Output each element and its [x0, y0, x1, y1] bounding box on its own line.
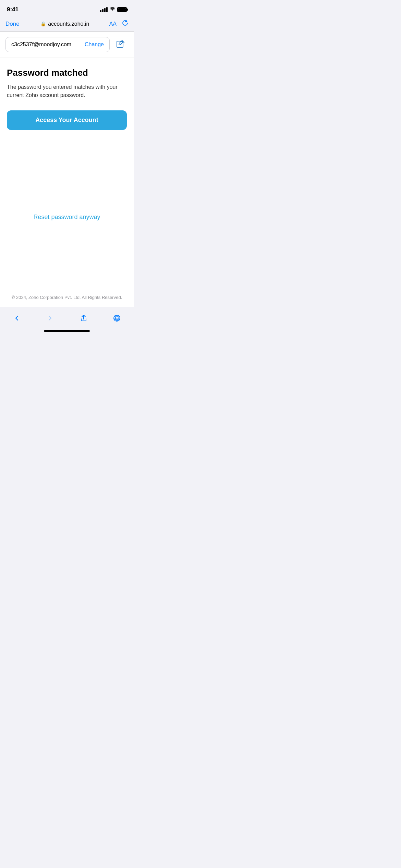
bookmarks-button[interactable] — [109, 311, 124, 326]
battery-icon — [117, 7, 127, 12]
change-link[interactable]: Change — [85, 41, 104, 48]
access-account-button[interactable]: Access Your Account — [7, 110, 127, 130]
wifi-icon — [110, 7, 115, 12]
share-button[interactable] — [76, 311, 91, 326]
footer-spacer — [0, 228, 134, 289]
home-indicator — [0, 327, 134, 335]
lock-icon: 🔒 — [40, 21, 46, 26]
status-icons — [100, 7, 127, 12]
refresh-icon[interactable] — [122, 20, 128, 28]
back-button[interactable] — [9, 311, 24, 326]
spacer-area — [0, 138, 134, 207]
forward-button[interactable] — [42, 311, 58, 326]
status-time: 9:41 — [7, 6, 19, 13]
done-button[interactable]: Done — [5, 21, 21, 27]
password-matched-title: Password matched — [7, 68, 127, 78]
url-text: accounts.zoho.in — [48, 21, 89, 27]
nav-right-icons: AA — [109, 20, 128, 28]
main-content: c3c2537f@moodjoy.com Change Password mat… — [0, 32, 134, 307]
compose-icon-button[interactable] — [113, 37, 128, 52]
browser-nav: Done 🔒 accounts.zoho.in AA — [0, 17, 134, 31]
signal-icon — [100, 7, 108, 12]
password-matched-description: The password you entered matches with yo… — [7, 83, 127, 99]
reset-password-link[interactable]: Reset password anyway — [33, 214, 100, 221]
compose-icon — [116, 40, 125, 49]
browser-toolbar — [0, 307, 134, 327]
aa-button[interactable]: AA — [109, 21, 117, 27]
email-bar-container: c3c2537f@moodjoy.com Change — [0, 32, 134, 58]
reset-link-container: Reset password anyway — [0, 207, 134, 228]
address-bar[interactable]: 🔒 accounts.zoho.in — [25, 21, 105, 27]
home-bar — [44, 330, 90, 332]
email-address: c3c2537f@moodjoy.com — [11, 41, 71, 48]
email-field: c3c2537f@moodjoy.com Change — [5, 37, 110, 52]
content-section: Password matched The password you entere… — [0, 58, 134, 138]
status-bar: 9:41 — [0, 0, 134, 17]
footer-copyright: © 2024, Zoho Corporation Pvt. Ltd. All R… — [0, 289, 134, 307]
